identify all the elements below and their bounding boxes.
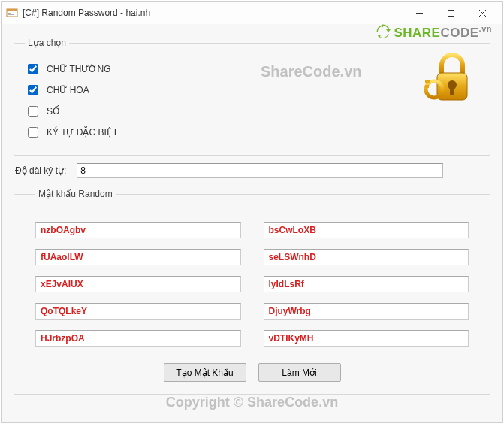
password-output[interactable] bbox=[264, 222, 469, 238]
svg-rect-1 bbox=[7, 9, 17, 11]
option-special[interactable]: KÝ TỰ ĐẶC BIỆT bbox=[25, 125, 479, 140]
titlebar: [C#] Random Password - hai.nh bbox=[2, 2, 502, 24]
checkbox-special[interactable] bbox=[28, 127, 38, 138]
results-group: Mật khẩu Random Tạo Mật Khẩu Làm Mới bbox=[14, 189, 490, 395]
password-output[interactable] bbox=[264, 276, 469, 292]
svg-rect-2 bbox=[8, 13, 11, 14]
brand-logo: SHARECODE.vn bbox=[376, 24, 492, 43]
brand-code: CODE bbox=[440, 26, 478, 40]
password-output[interactable] bbox=[264, 249, 469, 265]
close-button[interactable] bbox=[466, 2, 498, 23]
length-input[interactable] bbox=[77, 163, 443, 178]
password-output[interactable] bbox=[35, 303, 241, 320]
svg-rect-3 bbox=[8, 14, 14, 15]
option-label: SỐ bbox=[47, 106, 59, 117]
results-legend: Mật khẩu Random bbox=[35, 189, 116, 199]
button-row: Tạo Mật Khẩu Làm Mới bbox=[35, 363, 469, 382]
password-output[interactable] bbox=[35, 222, 241, 238]
app-icon bbox=[6, 7, 18, 19]
option-lowercase[interactable]: CHỮ THƯỜNG bbox=[25, 62, 479, 77]
svg-rect-5 bbox=[448, 10, 454, 16]
length-row: Độ dài ký tự: bbox=[15, 163, 489, 178]
brand-share: SHARE bbox=[394, 26, 440, 40]
checkbox-uppercase[interactable] bbox=[28, 85, 38, 95]
password-output[interactable] bbox=[264, 330, 469, 347]
password-output[interactable] bbox=[264, 303, 469, 320]
password-output[interactable] bbox=[35, 276, 241, 292]
svg-rect-13 bbox=[425, 85, 429, 88]
svg-rect-10 bbox=[450, 86, 454, 95]
maximize-button[interactable] bbox=[435, 2, 466, 23]
brand-vn: .vn bbox=[479, 24, 492, 33]
generate-button[interactable]: Tạo Mật Khẩu bbox=[164, 363, 246, 382]
password-output[interactable] bbox=[35, 249, 241, 265]
reset-button[interactable]: Làm Mới bbox=[258, 363, 341, 382]
options-group: Lựa chọn CHỮ THƯỜNG CHỮ HOA SỐ KÝ TỰ ĐẶC… bbox=[14, 38, 490, 156]
option-label: CHỮ HOA bbox=[47, 85, 89, 95]
password-output[interactable] bbox=[35, 330, 241, 347]
option-label: CHỮ THƯỜNG bbox=[47, 64, 110, 74]
window-frame: [C#] Random Password - hai.nh SHARECODE.… bbox=[1, 1, 503, 423]
option-label: KÝ TỰ ĐẶC BIỆT bbox=[47, 127, 118, 138]
window-title: [C#] Random Password - hai.nh bbox=[23, 8, 403, 18]
options-legend: Lựa chọn bbox=[25, 38, 69, 48]
recycle-icon bbox=[376, 24, 391, 43]
checkbox-lowercase[interactable] bbox=[28, 64, 38, 74]
option-uppercase[interactable]: CHỮ HOA bbox=[25, 83, 479, 98]
option-digits[interactable]: SỐ bbox=[25, 104, 479, 119]
minimize-button[interactable] bbox=[403, 2, 435, 23]
window-controls bbox=[403, 2, 498, 23]
results-grid bbox=[35, 222, 469, 347]
svg-rect-12 bbox=[425, 80, 430, 83]
checkbox-digits[interactable] bbox=[28, 106, 38, 117]
lock-image bbox=[420, 51, 480, 111]
length-label: Độ dài ký tự: bbox=[15, 165, 66, 176]
